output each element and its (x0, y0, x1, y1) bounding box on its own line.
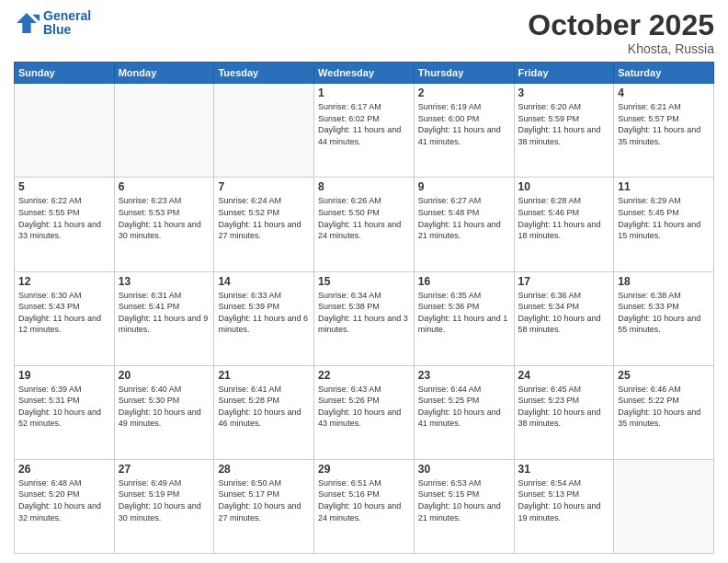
day-info: Sunrise: 6:53 AM Sunset: 5:15 PM Dayligh… (418, 477, 510, 523)
day-info: Sunrise: 6:28 AM Sunset: 5:46 PM Dayligh… (518, 195, 610, 241)
calendar-day-cell: 21Sunrise: 6:41 AM Sunset: 5:28 PM Dayli… (214, 365, 314, 459)
calendar-day-cell: 1Sunrise: 6:17 AM Sunset: 6:02 PM Daylig… (314, 84, 415, 178)
day-number: 6 (119, 180, 210, 193)
day-info: Sunrise: 6:41 AM Sunset: 5:28 PM Dayligh… (218, 384, 310, 430)
day-info: Sunrise: 6:33 AM Sunset: 5:39 PM Dayligh… (218, 290, 310, 336)
day-info: Sunrise: 6:54 AM Sunset: 5:13 PM Dayligh… (518, 477, 610, 523)
day-number: 20 (119, 369, 210, 382)
day-number: 26 (18, 463, 110, 476)
calendar-header-row: SundayMondayTuesdayWednesdayThursdayFrid… (15, 63, 714, 84)
day-number: 24 (518, 369, 610, 382)
logo-text: General Blue (43, 9, 91, 38)
calendar-day-cell: 12Sunrise: 6:30 AM Sunset: 5:43 PM Dayli… (15, 271, 115, 365)
day-info: Sunrise: 6:17 AM Sunset: 6:02 PM Dayligh… (318, 101, 410, 147)
day-number: 7 (218, 180, 310, 193)
day-number: 16 (418, 275, 510, 288)
day-info: Sunrise: 6:24 AM Sunset: 5:52 PM Dayligh… (218, 195, 310, 241)
calendar-week-row: 1Sunrise: 6:17 AM Sunset: 6:02 PM Daylig… (15, 84, 714, 178)
svg-marker-0 (17, 14, 37, 34)
calendar-day-cell: 2Sunrise: 6:19 AM Sunset: 6:00 PM Daylig… (414, 84, 514, 178)
day-number: 11 (618, 180, 710, 193)
calendar-day-cell (214, 84, 314, 178)
day-info: Sunrise: 6:40 AM Sunset: 5:30 PM Dayligh… (119, 384, 210, 430)
day-number: 15 (318, 275, 410, 288)
day-info: Sunrise: 6:36 AM Sunset: 5:34 PM Dayligh… (518, 290, 610, 336)
calendar-day-cell: 23Sunrise: 6:44 AM Sunset: 5:25 PM Dayli… (414, 365, 514, 459)
calendar-day-cell: 16Sunrise: 6:35 AM Sunset: 5:36 PM Dayli… (414, 271, 514, 365)
location-subtitle: Khosta, Russia (528, 41, 714, 56)
day-number: 2 (418, 86, 510, 99)
day-info: Sunrise: 6:50 AM Sunset: 5:17 PM Dayligh… (218, 477, 310, 523)
day-number: 13 (119, 275, 210, 288)
day-info: Sunrise: 6:38 AM Sunset: 5:33 PM Dayligh… (618, 290, 710, 336)
day-number: 18 (618, 275, 710, 288)
calendar-day-cell: 18Sunrise: 6:38 AM Sunset: 5:33 PM Dayli… (614, 271, 714, 365)
day-info: Sunrise: 6:27 AM Sunset: 5:48 PM Dayligh… (418, 195, 510, 241)
logo-icon (14, 10, 40, 36)
day-number: 25 (618, 369, 710, 382)
day-info: Sunrise: 6:23 AM Sunset: 5:53 PM Dayligh… (119, 195, 210, 241)
calendar-day-cell: 30Sunrise: 6:53 AM Sunset: 5:15 PM Dayli… (414, 459, 514, 553)
day-number: 8 (318, 180, 410, 193)
calendar-day-cell: 10Sunrise: 6:28 AM Sunset: 5:46 PM Dayli… (514, 178, 614, 271)
day-number: 23 (418, 369, 510, 382)
calendar-day-cell: 17Sunrise: 6:36 AM Sunset: 5:34 PM Dayli… (514, 271, 614, 365)
day-number: 12 (18, 275, 110, 288)
day-info: Sunrise: 6:21 AM Sunset: 5:57 PM Dayligh… (618, 101, 710, 147)
calendar-day-cell: 24Sunrise: 6:45 AM Sunset: 5:23 PM Dayli… (514, 365, 614, 459)
day-info: Sunrise: 6:19 AM Sunset: 6:00 PM Dayligh… (418, 101, 510, 147)
day-info: Sunrise: 6:35 AM Sunset: 5:36 PM Dayligh… (418, 290, 510, 336)
day-info: Sunrise: 6:43 AM Sunset: 5:26 PM Dayligh… (318, 384, 410, 430)
day-number: 5 (18, 180, 110, 193)
weekday-header: Friday (514, 63, 614, 84)
calendar-day-cell: 19Sunrise: 6:39 AM Sunset: 5:31 PM Dayli… (15, 365, 115, 459)
calendar-day-cell: 5Sunrise: 6:22 AM Sunset: 5:55 PM Daylig… (15, 178, 115, 271)
weekday-header: Sunday (15, 63, 115, 84)
day-info: Sunrise: 6:31 AM Sunset: 5:41 PM Dayligh… (119, 290, 210, 336)
weekday-header: Wednesday (314, 63, 415, 84)
calendar-day-cell (114, 84, 214, 178)
calendar-day-cell: 26Sunrise: 6:48 AM Sunset: 5:20 PM Dayli… (15, 459, 115, 553)
calendar-week-row: 26Sunrise: 6:48 AM Sunset: 5:20 PM Dayli… (15, 459, 714, 553)
title-block: October 2025 Khosta, Russia (528, 9, 714, 56)
page: General Blue October 2025 Khosta, Russia… (0, 0, 728, 563)
day-info: Sunrise: 6:26 AM Sunset: 5:50 PM Dayligh… (318, 195, 410, 241)
day-info: Sunrise: 6:34 AM Sunset: 5:38 PM Dayligh… (318, 290, 410, 336)
calendar-day-cell: 6Sunrise: 6:23 AM Sunset: 5:53 PM Daylig… (114, 178, 214, 271)
day-number: 31 (518, 463, 610, 476)
day-number: 29 (318, 463, 410, 476)
logo-line1: General (43, 8, 91, 23)
calendar-day-cell: 31Sunrise: 6:54 AM Sunset: 5:13 PM Dayli… (514, 459, 614, 553)
day-info: Sunrise: 6:20 AM Sunset: 5:59 PM Dayligh… (518, 101, 610, 147)
calendar-day-cell: 7Sunrise: 6:24 AM Sunset: 5:52 PM Daylig… (214, 178, 314, 271)
day-number: 14 (218, 275, 310, 288)
calendar-day-cell: 27Sunrise: 6:49 AM Sunset: 5:19 PM Dayli… (114, 459, 214, 553)
day-number: 28 (218, 463, 310, 476)
day-number: 3 (518, 86, 610, 99)
calendar-day-cell: 29Sunrise: 6:51 AM Sunset: 5:16 PM Dayli… (314, 459, 415, 553)
day-info: Sunrise: 6:46 AM Sunset: 5:22 PM Dayligh… (618, 384, 710, 430)
calendar-week-row: 19Sunrise: 6:39 AM Sunset: 5:31 PM Dayli… (15, 365, 714, 459)
logo-line2: Blue (43, 22, 71, 37)
weekday-header: Thursday (414, 63, 514, 84)
calendar-week-row: 5Sunrise: 6:22 AM Sunset: 5:55 PM Daylig… (15, 178, 714, 271)
day-info: Sunrise: 6:48 AM Sunset: 5:20 PM Dayligh… (18, 477, 110, 523)
day-info: Sunrise: 6:39 AM Sunset: 5:31 PM Dayligh… (18, 384, 110, 430)
day-number: 4 (618, 86, 710, 99)
weekday-header: Saturday (614, 63, 714, 84)
weekday-header: Monday (114, 63, 214, 84)
day-info: Sunrise: 6:30 AM Sunset: 5:43 PM Dayligh… (18, 290, 110, 336)
calendar-day-cell: 14Sunrise: 6:33 AM Sunset: 5:39 PM Dayli… (214, 271, 314, 365)
day-info: Sunrise: 6:45 AM Sunset: 5:23 PM Dayligh… (518, 384, 610, 430)
day-number: 19 (18, 369, 110, 382)
calendar-day-cell: 13Sunrise: 6:31 AM Sunset: 5:41 PM Dayli… (114, 271, 214, 365)
weekday-header: Tuesday (214, 63, 314, 84)
logo: General Blue (14, 9, 91, 38)
day-info: Sunrise: 6:29 AM Sunset: 5:45 PM Dayligh… (618, 195, 710, 241)
day-number: 30 (418, 463, 510, 476)
header: General Blue October 2025 Khosta, Russia (14, 9, 714, 56)
calendar-table: SundayMondayTuesdayWednesdayThursdayFrid… (14, 62, 714, 554)
day-info: Sunrise: 6:44 AM Sunset: 5:25 PM Dayligh… (418, 384, 510, 430)
calendar-day-cell: 11Sunrise: 6:29 AM Sunset: 5:45 PM Dayli… (614, 178, 714, 271)
calendar-day-cell: 4Sunrise: 6:21 AM Sunset: 5:57 PM Daylig… (614, 84, 714, 178)
